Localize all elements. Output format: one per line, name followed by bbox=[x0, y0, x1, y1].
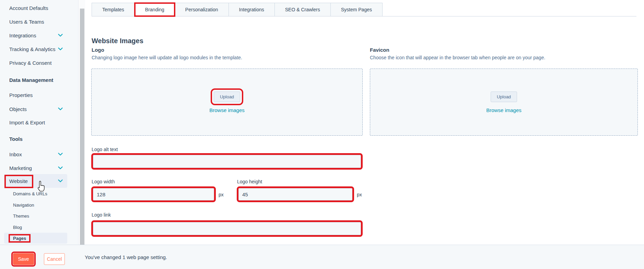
tab-bar: TemplatesBrandingPersonalizationIntegrat… bbox=[92, 3, 383, 16]
logo-alt-text-label: Logo alt text bbox=[92, 147, 118, 152]
sidebar-section-tools: Tools bbox=[4, 132, 67, 146]
tab-branding[interactable]: Branding bbox=[134, 3, 175, 16]
page-title: Website Images bbox=[92, 37, 143, 45]
sidebar-item-domains-urls[interactable]: Domains & URLs bbox=[4, 188, 67, 199]
tab-system-pages[interactable]: System Pages bbox=[330, 3, 383, 16]
logo-link-input[interactable] bbox=[93, 222, 361, 235]
sidebar-item-label: Data Management bbox=[9, 77, 53, 83]
sidebar-item-users-teams[interactable]: Users & Teams bbox=[4, 15, 67, 28]
tab-templates[interactable]: Templates bbox=[92, 3, 135, 16]
sidebar-item-label: Tools bbox=[9, 136, 23, 142]
logo-section-title: Logo bbox=[92, 47, 104, 53]
logo-height-unit: px bbox=[357, 192, 362, 197]
cancel-button[interactable]: Cancel bbox=[44, 253, 65, 265]
sidebar-item-themes[interactable]: Themes bbox=[4, 210, 67, 221]
sidebar-item-label: Domains & URLs bbox=[13, 191, 47, 196]
sidebar-item-label: Tracking & Analytics bbox=[9, 46, 56, 52]
settings-page: Account DefaultsUsers & TeamsIntegration… bbox=[0, 0, 644, 269]
favicon-section-title: Favicon bbox=[370, 47, 389, 53]
chevron-down-icon bbox=[58, 152, 63, 156]
save-button[interactable]: Save bbox=[13, 253, 34, 265]
logo-height-label: Logo height bbox=[237, 179, 262, 184]
sidebar-item-blog[interactable]: Blog bbox=[4, 222, 67, 233]
favicon-upload-button[interactable]: Upload bbox=[491, 91, 517, 102]
sidebar-item-tracking-analytics[interactable]: Tracking & Analytics bbox=[4, 42, 67, 56]
sidebar-item-label: Themes bbox=[13, 213, 29, 219]
sidebar-scrollbar-thumb[interactable] bbox=[80, 9, 84, 245]
chevron-down-icon bbox=[58, 47, 63, 51]
sidebar-item-label: Website bbox=[9, 178, 28, 184]
chevron-down-icon bbox=[58, 179, 63, 183]
sidebar-item-label: Inbox bbox=[9, 151, 22, 157]
sidebar-item-objects[interactable]: Objects bbox=[4, 102, 67, 116]
tab-personalization[interactable]: Personalization bbox=[175, 3, 229, 16]
settings-sidebar: Account DefaultsUsers & TeamsIntegration… bbox=[0, 0, 79, 245]
logo-width-unit: px bbox=[219, 192, 224, 197]
logo-width-input[interactable] bbox=[93, 188, 214, 200]
logo-width-label: Logo width bbox=[92, 179, 115, 184]
sidebar-item-label: Properties bbox=[9, 92, 33, 98]
sidebar-item-pages[interactable]: Pages bbox=[4, 233, 67, 244]
tab-integrations[interactable]: Integrations bbox=[229, 3, 275, 16]
sidebar-item-label: Marketing bbox=[9, 165, 32, 171]
chevron-down-icon bbox=[58, 33, 63, 37]
logo-upload-dropzone[interactable]: Upload Browse images bbox=[91, 69, 363, 136]
logo-alt-text-input[interactable] bbox=[93, 155, 361, 168]
sidebar-item-integrations[interactable]: Integrations bbox=[4, 28, 67, 42]
sidebar-item-label: Import & Export bbox=[9, 120, 45, 125]
favicon-browse-images-link[interactable]: Browse images bbox=[486, 107, 522, 113]
sidebar-item-account-defaults[interactable]: Account Defaults bbox=[4, 1, 67, 15]
logo-height-input[interactable] bbox=[238, 188, 352, 200]
favicon-section-description: Choose the icon that will appear in the … bbox=[370, 55, 545, 60]
sidebar-item-inbox[interactable]: Inbox bbox=[4, 147, 67, 161]
sidebar-item-marketing[interactable]: Marketing bbox=[4, 161, 67, 175]
sidebar-item-label: Objects bbox=[9, 106, 27, 112]
sidebar-item-label: Blog bbox=[13, 225, 22, 230]
settings-footer: Save Cancel You've changed 1 web page se… bbox=[0, 245, 644, 269]
sidebar-item-label: Integrations bbox=[9, 33, 36, 38]
chevron-down-icon bbox=[58, 107, 63, 111]
sidebar-item-website[interactable]: Website bbox=[4, 174, 67, 188]
logo-link-label: Logo link bbox=[92, 212, 111, 218]
logo-section-description: Changing logo image here will update all… bbox=[92, 55, 242, 60]
sidebar-item-label: Users & Teams bbox=[9, 19, 44, 25]
sidebar-item-label: Navigation bbox=[13, 203, 34, 208]
unsaved-changes-message: You've changed 1 web page setting. bbox=[85, 245, 167, 269]
sidebar-item-navigation[interactable]: Navigation bbox=[4, 199, 67, 210]
tab-seo-crawlers[interactable]: SEO & Crawlers bbox=[274, 3, 331, 16]
logo-upload-button[interactable]: Upload bbox=[214, 91, 240, 102]
sidebar-item-properties[interactable]: Properties bbox=[4, 88, 67, 102]
sidebar-item-label: Pages bbox=[13, 236, 26, 241]
chevron-down-icon bbox=[58, 166, 63, 170]
favicon-upload-dropzone[interactable]: Upload Browse images bbox=[370, 69, 638, 136]
sidebar-item-import-export[interactable]: Import & Export bbox=[4, 115, 67, 129]
sidebar-item-label: Account Defaults bbox=[9, 5, 48, 11]
logo-browse-images-link[interactable]: Browse images bbox=[209, 107, 245, 113]
sidebar-section-data-management: Data Management bbox=[4, 73, 67, 87]
sidebar-item-label: Privacy & Consent bbox=[9, 60, 51, 66]
sidebar-item-privacy-consent[interactable]: Privacy & Consent bbox=[4, 56, 67, 70]
